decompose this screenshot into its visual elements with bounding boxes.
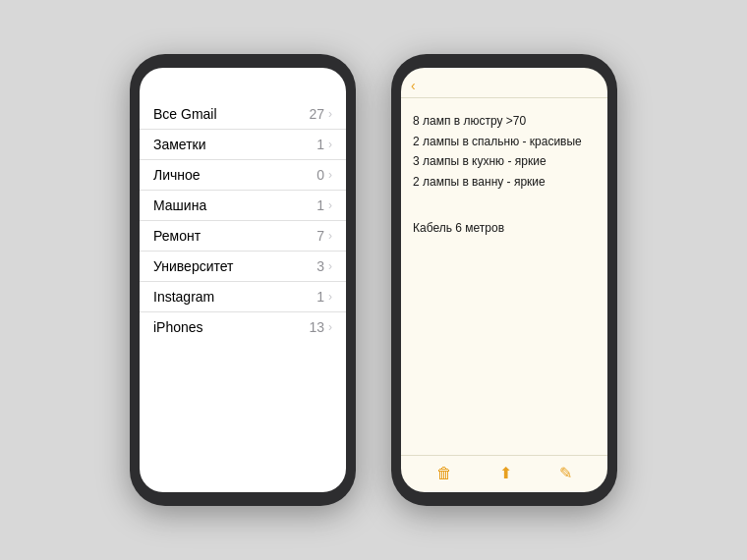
folder-item[interactable]: Университет 3 › <box>140 252 346 282</box>
gmail-section-label <box>140 89 346 99</box>
chevron-right-icon: › <box>328 198 332 212</box>
folder-item[interactable]: Заметки 1 › <box>140 130 346 160</box>
folder-name: Машина <box>153 197 316 213</box>
chevron-right-icon: › <box>328 138 332 151</box>
folders-screen: Все Gmail 27 › Заметки 1 › Личное 0 › Ма… <box>140 68 346 492</box>
left-phone-screen: Все Gmail 27 › Заметки 1 › Личное 0 › Ма… <box>140 68 346 492</box>
folder-name: Заметки <box>153 137 316 152</box>
folder-list: Все Gmail 27 › Заметки 1 › Личное 0 › Ма… <box>140 99 346 492</box>
folder-count: 3 <box>316 258 324 274</box>
right-phone: ‹ 8 ламп в люстру >702 лампы в спальню -… <box>391 54 617 506</box>
note-screen: ‹ 8 ламп в люстру >702 лампы в спальню -… <box>401 68 607 492</box>
folder-count: 1 <box>316 137 324 152</box>
chevron-right-icon: › <box>328 229 332 243</box>
chevron-right-icon: › <box>328 107 332 121</box>
note-toolbar: 🗑 ⬆ ✎ <box>401 455 607 492</box>
share-icon[interactable]: ⬆ <box>499 464 512 482</box>
note-line: Кабель 6 метров <box>413 219 596 238</box>
folder-item[interactable]: Все Gmail 27 › <box>140 99 346 130</box>
folder-name: Личное <box>153 167 316 183</box>
folder-count: 7 <box>316 228 324 244</box>
compose-icon[interactable]: ✎ <box>559 464 572 482</box>
note-header: ‹ <box>401 68 607 98</box>
folder-count: 13 <box>309 319 324 335</box>
folder-item[interactable]: Ремонт 7 › <box>140 221 346 252</box>
folder-item[interactable]: Личное 0 › <box>140 160 346 191</box>
folder-name: Ремонт <box>153 228 316 244</box>
folders-title <box>140 82 346 89</box>
chevron-right-icon: › <box>328 168 332 182</box>
chevron-right-icon: › <box>328 259 332 273</box>
right-phone-screen: ‹ 8 ламп в люстру >702 лампы в спальню -… <box>401 68 607 492</box>
note-date <box>401 98 607 108</box>
back-button[interactable]: ‹ <box>411 78 418 93</box>
folder-count: 1 <box>316 197 324 213</box>
note-line <box>413 193 596 211</box>
note-line: 2 лампы в ванну - яркие <box>413 173 596 192</box>
folder-name: Instagram <box>153 289 316 305</box>
chevron-right-icon: › <box>328 290 332 304</box>
note-line: 8 ламп в люстру >70 <box>413 112 596 131</box>
trash-icon[interactable]: 🗑 <box>436 465 452 482</box>
left-phone: Все Gmail 27 › Заметки 1 › Личное 0 › Ма… <box>130 54 356 506</box>
chevron-right-icon: › <box>328 320 332 334</box>
note-line: 2 лампы в спальню - красивые <box>413 133 596 151</box>
folder-count: 1 <box>316 289 324 305</box>
note-line: 3 лампы в кухню - яркие <box>413 152 596 171</box>
folder-item[interactable]: iPhones 13 › <box>140 312 346 342</box>
note-content: 8 ламп в люстру >702 лампы в спальню - к… <box>401 108 607 455</box>
folder-name: Все Gmail <box>153 106 309 122</box>
folders-header <box>140 68 346 82</box>
folder-item[interactable]: Машина 1 › <box>140 191 346 221</box>
folder-item[interactable]: Instagram 1 › <box>140 282 346 312</box>
chevron-left-icon: ‹ <box>411 78 416 93</box>
folder-count: 27 <box>309 106 324 122</box>
folder-name: iPhones <box>153 319 309 335</box>
folder-name: Университет <box>153 258 316 274</box>
folder-count: 0 <box>316 167 324 183</box>
